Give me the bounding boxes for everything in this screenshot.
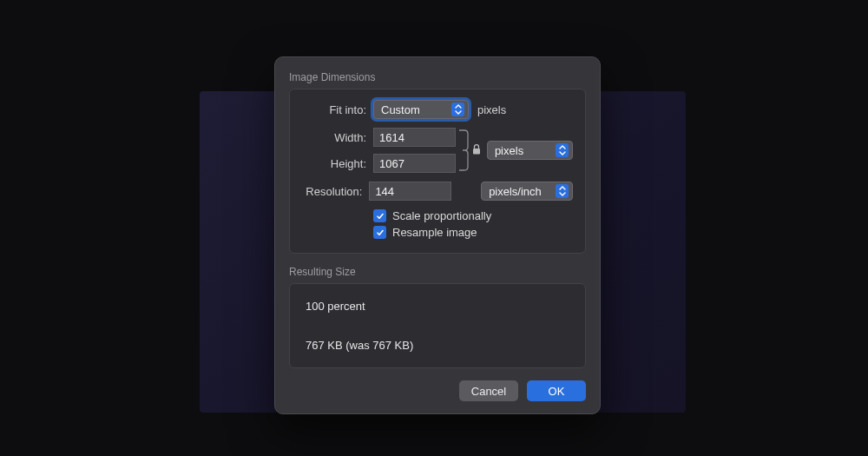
updown-icon bbox=[556, 184, 569, 198]
svg-rect-0 bbox=[473, 149, 480, 155]
result-percent: 100 percent bbox=[306, 300, 569, 313]
checkbox-checked-icon bbox=[373, 226, 386, 239]
fit-into-select[interactable]: Custom bbox=[373, 100, 469, 119]
resolution-unit-value: pixels/inch bbox=[489, 185, 542, 198]
scale-proportionally-checkbox[interactable]: Scale proportionally bbox=[373, 209, 573, 222]
height-input[interactable] bbox=[373, 154, 456, 173]
resample-image-label: Resample image bbox=[392, 226, 477, 239]
resolution-unit-select[interactable]: pixels/inch bbox=[481, 182, 573, 201]
lock-icon[interactable] bbox=[471, 143, 482, 158]
dimensions-group: Fit into: Custom pixels Width: Height: bbox=[289, 89, 586, 254]
width-input[interactable] bbox=[373, 128, 456, 147]
checkbox-checked-icon bbox=[373, 209, 386, 222]
resolution-label: Resolution: bbox=[302, 185, 369, 198]
width-label: Width: bbox=[302, 131, 373, 144]
dimension-unit-value: pixels bbox=[495, 144, 523, 157]
updown-icon bbox=[451, 102, 464, 116]
dimension-unit-select[interactable]: pixels bbox=[487, 141, 573, 160]
dialog-footer: Cancel OK bbox=[289, 380, 586, 401]
resolution-input[interactable] bbox=[369, 182, 451, 201]
link-bracket bbox=[457, 128, 470, 173]
resample-image-checkbox[interactable]: Resample image bbox=[373, 226, 573, 239]
image-dimensions-heading: Image Dimensions bbox=[289, 71, 586, 83]
cancel-button[interactable]: Cancel bbox=[459, 380, 518, 401]
fit-into-value: Custom bbox=[381, 103, 420, 116]
resulting-size-heading: Resulting Size bbox=[289, 266, 586, 278]
height-label: Height: bbox=[302, 157, 373, 170]
updown-icon bbox=[556, 143, 569, 157]
resize-dialog: Image Dimensions Fit into: Custom pixels… bbox=[274, 56, 601, 414]
result-filesize: 767 KB (was 767 KB) bbox=[306, 339, 569, 352]
fit-into-label: Fit into: bbox=[302, 103, 373, 116]
ok-button[interactable]: OK bbox=[527, 380, 586, 401]
fit-into-unit: pixels bbox=[477, 103, 506, 116]
resulting-size-group: 100 percent 767 KB (was 767 KB) bbox=[289, 283, 586, 368]
scale-proportionally-label: Scale proportionally bbox=[392, 209, 491, 222]
